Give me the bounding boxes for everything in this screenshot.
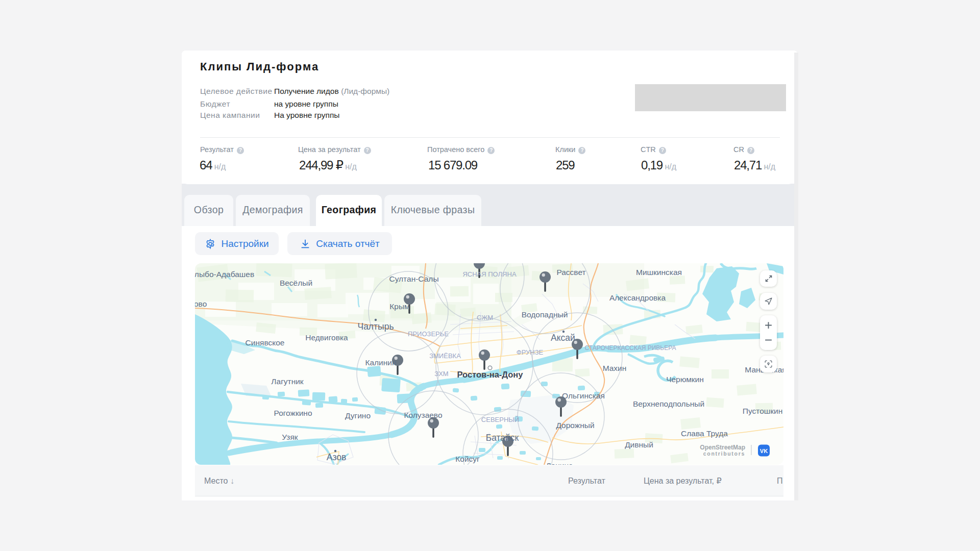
svg-text:Азов: Азов xyxy=(327,452,347,462)
svg-text:ово: ово xyxy=(195,299,207,308)
svg-text:СЖМ: СЖМ xyxy=(477,314,493,321)
svg-text:contributors: contributors xyxy=(703,450,745,457)
svg-text:Лагутник: Лагутник xyxy=(271,377,304,386)
svg-text:VK: VK xyxy=(760,448,768,454)
svg-text:Дивный: Дивный xyxy=(625,440,653,449)
svg-text:Дугино: Дугино xyxy=(345,411,371,420)
svg-text:ЗМИЁВКА: ЗМИЁВКА xyxy=(429,352,461,360)
svg-text:Ольгинская: Ольгинская xyxy=(562,391,605,400)
svg-text:Пустошкин: Пустошкин xyxy=(743,407,782,415)
svg-text:Ленина: Ленина xyxy=(546,461,573,465)
svg-text:Ростов-на-Дону: Ростов-на-Дону xyxy=(457,370,523,379)
svg-text:Халыбо-Адабашев: Халыбо-Адабашев xyxy=(195,270,254,279)
svg-text:Койсуг: Койсуг xyxy=(455,455,480,463)
svg-text:Недвиговка: Недвиговка xyxy=(305,333,348,342)
svg-text:Весёлый: Весёлый xyxy=(280,279,312,287)
svg-text:ФРУНЗЕ: ФРУНЗЕ xyxy=(517,348,544,356)
svg-text:ПРИОЗЕРЬЕ: ПРИОЗЕРЬЕ xyxy=(408,330,449,338)
svg-text:Аксай: Аксай xyxy=(551,333,575,343)
svg-text:Калинин: Калинин xyxy=(365,358,396,367)
svg-text:Рогожкино: Рогожкино xyxy=(274,409,312,417)
svg-text:Батайск: Батайск xyxy=(486,433,519,443)
svg-text:Мишкинская: Мишкинская xyxy=(636,268,682,277)
svg-text:Александровка: Александровка xyxy=(609,293,666,302)
svg-text:Верхнеподпольный: Верхнеподпольный xyxy=(633,399,704,408)
svg-text:Чалтырь: Чалтырь xyxy=(357,321,394,332)
svg-text:ЯСНАЯ ПОЛЯНА: ЯСНАЯ ПОЛЯНА xyxy=(462,270,516,278)
svg-text:Синявское: Синявское xyxy=(246,338,285,347)
svg-text:СЕВЕРНЫЙ: СЕВЕРНЫЙ xyxy=(481,416,519,423)
svg-text:Узяк: Узяк xyxy=(282,433,298,441)
svg-text:Дорожный: Дорожный xyxy=(556,421,594,430)
svg-text:Рассвет: Рассвет xyxy=(556,268,585,277)
svg-text:Крым: Крым xyxy=(389,302,409,311)
svg-text:Махин: Махин xyxy=(603,364,627,372)
svg-text:Слава Труда: Слава Труда xyxy=(681,429,728,438)
svg-text:ЗХМ: ЗХМ xyxy=(434,370,448,378)
svg-text:Черюмкин: Черюмкин xyxy=(666,375,704,384)
svg-text:Колузаево: Колузаево xyxy=(404,411,442,419)
svg-text:Водопадный: Водопадный xyxy=(522,310,568,319)
svg-text:Султан-Салы: Султан-Салы xyxy=(389,274,438,283)
svg-text:СТАРОЧЕРКАССКАЯ РИВЬЕРА: СТАРОЧЕРКАССКАЯ РИВЬЕРА xyxy=(585,344,676,352)
